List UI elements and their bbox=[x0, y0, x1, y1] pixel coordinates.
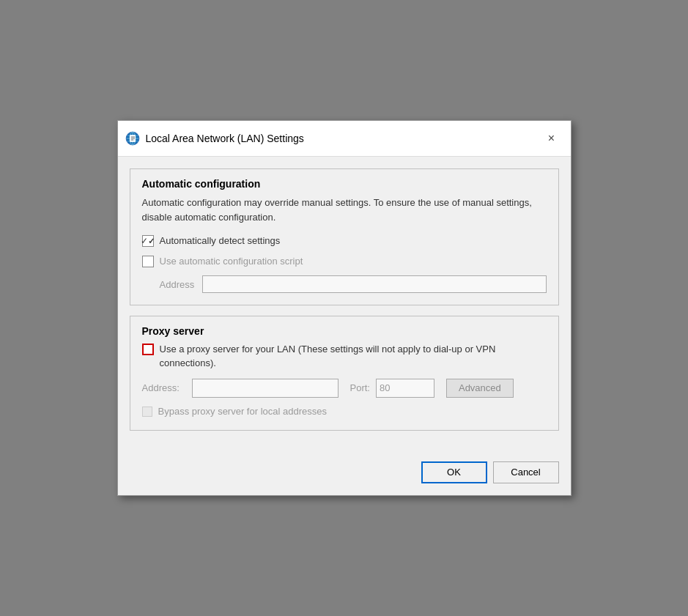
dialog-title: Local Area Network (LAN) Settings bbox=[146, 133, 304, 144]
proxy-port-label: Port: bbox=[350, 382, 370, 393]
use-proxy-label: Use a proxy server for your LAN (These s… bbox=[160, 343, 547, 369]
proxy-server-section: Proxy server Use a proxy server for your… bbox=[130, 316, 559, 431]
dialog-content: Automatic configuration Automatic config… bbox=[118, 157, 571, 453]
auto-config-address-input[interactable] bbox=[202, 275, 547, 293]
dialog-footer: OK Cancel bbox=[118, 453, 571, 495]
auto-detect-label: Automatically detect settings bbox=[160, 234, 281, 248]
bypass-label: Bypass proxy server for local addresses bbox=[158, 405, 327, 418]
bypass-checkbox[interactable] bbox=[142, 407, 152, 417]
auto-config-title: Automatic configuration bbox=[142, 178, 547, 190]
close-button[interactable]: × bbox=[541, 128, 562, 149]
use-script-row: Use automatic configuration script bbox=[142, 255, 547, 268]
proxy-address-label: Address: bbox=[142, 382, 186, 393]
proxy-address-input[interactable] bbox=[192, 379, 339, 398]
proxy-port-input[interactable] bbox=[376, 379, 434, 398]
auto-detect-checkbox[interactable]: ✓ bbox=[142, 235, 154, 247]
use-proxy-checkbox[interactable] bbox=[142, 344, 154, 355]
proxy-fields-row: Address: Port: Advanced bbox=[142, 379, 547, 398]
ok-button[interactable]: OK bbox=[421, 461, 487, 483]
use-proxy-row: Use a proxy server for your LAN (These s… bbox=[142, 343, 547, 369]
bypass-row: Bypass proxy server for local addresses bbox=[142, 405, 547, 418]
auto-config-address-label: Address bbox=[160, 279, 196, 290]
dialog-icon bbox=[125, 131, 140, 146]
title-bar-left: Local Area Network (LAN) Settings bbox=[125, 131, 304, 146]
auto-detect-row: ✓ Automatically detect settings bbox=[142, 234, 547, 248]
auto-config-section: Automatic configuration Automatic config… bbox=[130, 168, 559, 305]
use-script-checkbox[interactable] bbox=[142, 256, 154, 267]
auto-config-description: Automatic configuration may override man… bbox=[142, 196, 547, 224]
lan-settings-dialog: Local Area Network (LAN) Settings × Auto… bbox=[117, 120, 572, 496]
use-script-label: Use automatic configuration script bbox=[160, 255, 303, 268]
title-bar: Local Area Network (LAN) Settings × bbox=[118, 121, 571, 157]
auto-config-address-row: Address bbox=[160, 275, 547, 293]
proxy-server-title: Proxy server bbox=[142, 325, 547, 337]
advanced-button[interactable]: Advanced bbox=[446, 379, 514, 398]
cancel-button[interactable]: Cancel bbox=[493, 461, 559, 483]
